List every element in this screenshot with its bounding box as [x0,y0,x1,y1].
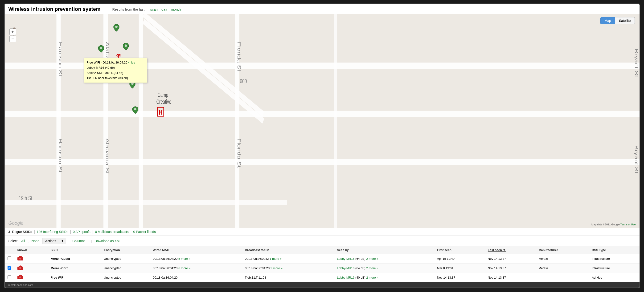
seen-by-link[interactable]: Lobby-MR16 [337,266,354,270]
svg-rect-2 [5,111,640,117]
row-1-known [14,264,48,273]
row-2-encryption: Unencrypted [101,273,150,282]
row-0-bss-type: Infrastructure [589,254,640,264]
svg-point-41 [19,277,21,278]
row-1-bss-type: Infrastructure [589,264,640,273]
broadcast-mac-more-link[interactable]: 1 more » [270,257,282,261]
col-manufacturer: Manufacturer [536,246,589,254]
svg-text:600: 600 [240,78,247,84]
svg-point-30 [134,108,136,110]
broadcast-mac-more-link[interactable]: 2 more » [270,266,282,270]
col-last-seen[interactable]: Last seen ▼ [485,246,536,254]
select-all-link[interactable]: All [21,239,25,243]
scan-link[interactable]: scan [150,7,158,11]
row-1-wired-mac: 00:18:0a:36:04:20 6 more » [150,264,242,273]
svg-text:Florida St: Florida St [236,138,242,168]
map-attribution: Map data ©2011 Google Terms of Use [592,223,636,226]
row-2-first-seen: Nov 14 13:37 [434,273,485,282]
rogue-label: Rogue SSIDs [12,230,32,234]
footer: meraki.copeland.com [5,282,640,288]
actions-dropdown[interactable]: Actions ▼ [42,238,66,244]
svg-text:Bryant St: Bryant St [634,49,639,77]
ap-marker-3[interactable] [122,43,129,51]
wired-mac-more-link[interactable]: 5 more » [178,257,190,261]
popup-line-3: 1st FLR near fax/stairs (33 db) [87,76,144,81]
col-bss-type: BSS Type [589,246,640,254]
seen-by-more-link[interactable]: 2 more » [366,266,378,270]
svg-text:Harrison St: Harrison St [58,138,63,173]
table-row: Free WiFiUnencrypted00:18:0a:36:04:20ff:… [5,273,640,282]
svg-rect-36 [19,266,22,267]
zoom-out-button[interactable]: − [10,35,16,42]
svg-text:Bryant St: Bryant St [634,145,639,173]
map-view-button[interactable]: Map [600,17,615,24]
actions-arrow-icon[interactable]: ▼ [59,238,66,244]
svg-text:Creative: Creative [156,99,171,105]
row-1-first-seen: Mar 8 19:04 [434,264,485,273]
ap-spoofs-link[interactable]: 0 AP spoofs [73,230,90,234]
table-header-row: Known SSID Encryption Wired MAC Broadcas… [5,246,640,254]
packet-floods-link[interactable]: 0 Packet floods [133,230,156,234]
table-body: Meraki-GuestUnencrypted00:18:0a:36:04:20… [5,254,640,282]
download-xml-link[interactable]: Download as XML [94,239,121,243]
seen-by-link[interactable]: Lobby-MR16 [337,276,354,279]
col-wired-mac: Wired MAC [150,246,242,254]
zoom-in-button[interactable]: + [10,28,16,35]
row-2-wired-mac: 00:18:0a:36:04:20 [150,273,242,282]
row-1-checkbox[interactable] [8,266,11,270]
rogue-ap-icon [17,275,24,280]
row-2-checkbox[interactable] [8,275,11,279]
select-label: Select: [8,239,18,243]
malicious-broadcasts-link[interactable]: 0 Malicious broadcasts [95,230,128,234]
col-seen-by: Seen by [334,246,434,254]
row-2-ssid: Free WiFi [48,273,101,282]
row-0-manufacturer: Meraki [536,254,589,264]
seen-by-more-link[interactable]: 2 more » [366,257,378,261]
row-0-checkbox[interactable] [8,257,11,260]
popup-line-1: Lobby-MR16 (40 db) [87,65,144,70]
map-popup: Free WiFi - 00:18:0a:36:04:20 «hide Lobb… [84,58,147,83]
row-2-broadcast-macs: ff:eb:11:ff:11:03 [242,273,334,282]
interfering-ssids-link[interactable]: 126 Interfering SSIDs [37,230,68,234]
svg-point-28 [125,44,127,47]
svg-text:Florida St: Florida St [236,42,242,71]
table-container: Known SSID Encryption Wired MAC Broadcas… [5,246,640,282]
col-ssid: SSID [48,246,101,254]
col-broadcast-macs: Broadcast MACs [242,246,334,254]
popup-title: Free WiFi - 00:18:0a:36:04:20 [87,61,128,64]
row-2-seen-by: Lobby-MR16 (40 dB) 2 more » [334,273,434,282]
select-none-link[interactable]: None [32,239,39,243]
satellite-view-button[interactable]: Satellite [615,17,635,24]
columns-link[interactable]: Columns... [72,239,88,243]
row-2-manufacturer [536,273,589,282]
ap-marker-2[interactable] [98,45,104,53]
ap-marker-5[interactable] [132,106,138,114]
seen-by-link[interactable]: Lobby-MR16 [337,257,354,261]
page-title: Wireless intrusion prevention system [8,6,100,12]
day-link[interactable]: day [162,7,167,11]
wired-mac-more-link[interactable]: 6 more » [178,266,190,270]
col-encryption: Encryption [101,246,150,254]
row-2-known [14,273,48,282]
zoom-controls: + − [10,28,16,42]
row-1-broadcast-macs: 06:18:0a:36:04:20 2 more » [242,264,334,273]
row-0-encryption: Unencrypted [101,254,150,264]
row-1-last-seen: Nov 14 13:37 [485,264,536,273]
svg-text:H: H [159,108,162,116]
svg-rect-4 [5,200,287,205]
month-link[interactable]: month [171,7,181,11]
row-0-wired-mac: 00:18:0a:36:04:20 5 more » [150,254,242,264]
svg-text:Alabama St: Alabama St [105,138,110,174]
row-0-known [14,254,48,264]
row-0-first-seen: Apr 15 19:49 [434,254,485,264]
table-row: Meraki-CorpUnencrypted00:18:0a:36:04:20 … [5,264,640,273]
row-2-bss-type: Ad-Hoc [589,273,640,282]
popup-hide-link[interactable]: «hide [128,61,135,64]
svg-point-27 [100,47,102,49]
seen-by-more-link[interactable]: 2 more » [366,276,378,279]
rogue-ap-icon [17,256,24,261]
map-type-controls: Map Satellite [600,17,634,24]
svg-point-26 [115,26,118,28]
ap-marker-1[interactable] [113,24,120,32]
terms-of-use-link[interactable]: Terms of Use [620,223,636,226]
